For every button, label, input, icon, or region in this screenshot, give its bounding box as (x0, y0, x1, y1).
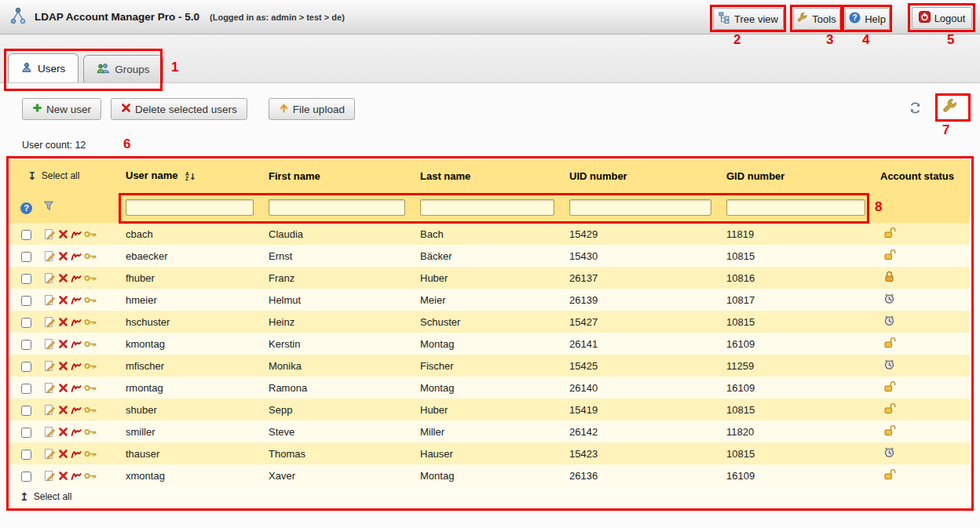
password-icon[interactable] (84, 361, 97, 371)
gid-number-cell: 10815 (723, 311, 877, 333)
pdf-icon[interactable] (71, 361, 82, 372)
column-header-user-name[interactable]: User name A Z ↓ (122, 160, 265, 191)
edit-icon[interactable] (44, 316, 56, 328)
sort-icon[interactable]: A Z ↓ (185, 172, 196, 182)
delete-icon[interactable] (58, 471, 68, 481)
delete-icon[interactable] (58, 273, 68, 283)
column-header-uid-number[interactable]: UID number (566, 160, 723, 191)
first-name-cell: Helmut (265, 289, 417, 311)
row-checkbox[interactable] (21, 472, 31, 482)
uid-number-cell: 15425 (566, 355, 723, 377)
password-icon[interactable] (84, 229, 97, 239)
row-checkbox[interactable] (21, 296, 31, 306)
topbar: LDAP Account Manager Pro - 5.0 (Logged i… (0, 0, 980, 35)
edit-icon[interactable] (44, 404, 56, 416)
password-icon[interactable] (84, 317, 97, 327)
refresh-icon[interactable] (909, 101, 922, 118)
select-all-top[interactable]: ↧ Select all (13, 169, 79, 182)
password-icon[interactable] (84, 405, 97, 415)
pdf-icon[interactable] (71, 295, 82, 306)
gid-number-cell: 11259 (723, 355, 877, 377)
delete-icon[interactable] (58, 405, 68, 415)
expired-status-icon (883, 317, 895, 329)
edit-icon[interactable] (44, 228, 56, 240)
row-checkbox[interactable] (21, 274, 31, 284)
delete-selected-users-button[interactable]: Delete selected users (111, 98, 247, 120)
first-name-cell: Steve (265, 421, 417, 442)
edit-icon[interactable] (44, 294, 56, 306)
password-icon[interactable] (84, 339, 97, 349)
edit-icon[interactable] (44, 250, 56, 262)
column-header-first-name[interactable]: First name (265, 160, 417, 191)
wrench-icon[interactable] (942, 99, 958, 118)
pdf-icon[interactable] (71, 427, 82, 438)
password-icon[interactable] (84, 427, 97, 437)
unlocked-status-icon (883, 427, 896, 439)
column-header-gid-number[interactable]: GID number (723, 160, 877, 191)
pdf-icon[interactable] (71, 449, 82, 460)
delete-icon[interactable] (58, 251, 68, 261)
row-checkbox[interactable] (21, 406, 31, 416)
pdf-icon[interactable] (71, 471, 82, 482)
pdf-icon[interactable] (71, 273, 82, 284)
row-checkbox[interactable] (21, 362, 31, 372)
row-checkbox[interactable] (21, 340, 31, 350)
pdf-icon[interactable] (71, 229, 82, 240)
filter-input-last-name[interactable] (420, 199, 554, 216)
uid-number-cell: 26141 (566, 333, 723, 355)
filter-input-uid-number[interactable] (569, 199, 711, 216)
table-row: shuberSeppHuber1541910815 (10, 399, 970, 421)
edit-icon[interactable] (44, 470, 56, 482)
edit-icon[interactable] (44, 382, 56, 394)
tab-groups[interactable]: Groups (83, 55, 163, 82)
new-user-button[interactable]: New user (22, 98, 101, 120)
pdf-icon[interactable] (71, 383, 82, 394)
filter-help-icon[interactable]: ? (20, 202, 32, 214)
tab-users[interactable]: Users (8, 53, 79, 82)
select-all-bottom[interactable]: ↥ Select all (20, 490, 71, 503)
tree-view-button[interactable]: Tree view (713, 8, 784, 30)
help-button[interactable]: ? Help (845, 8, 890, 30)
delete-icon[interactable] (58, 229, 68, 239)
pdf-icon[interactable] (71, 317, 82, 328)
pdf-icon[interactable] (71, 339, 82, 350)
tabbar: Users Groups (0, 35, 980, 83)
pdf-icon[interactable] (71, 251, 82, 262)
table-row: mfischerMonikaFischer1542511259 (10, 355, 970, 377)
delete-icon[interactable] (58, 361, 68, 371)
row-checkbox[interactable] (21, 318, 31, 328)
row-checkbox[interactable] (21, 384, 31, 394)
row-checkbox[interactable] (21, 428, 31, 438)
password-icon[interactable] (84, 471, 97, 481)
column-header-account-status[interactable]: Account status (877, 160, 970, 191)
edit-icon[interactable] (44, 272, 56, 284)
upload-arrow-icon (279, 103, 289, 115)
password-icon[interactable] (84, 383, 97, 393)
filter-input-user-name[interactable] (126, 199, 254, 216)
row-checkbox[interactable] (21, 252, 31, 262)
delete-icon[interactable] (58, 449, 68, 459)
delete-icon[interactable] (58, 317, 68, 327)
tools-button[interactable]: Tools (793, 8, 840, 30)
password-icon[interactable] (84, 295, 97, 305)
delete-icon[interactable] (58, 295, 68, 305)
password-icon[interactable] (84, 449, 97, 459)
edit-icon[interactable] (44, 426, 56, 438)
filter-input-gid-number[interactable] (726, 199, 865, 216)
edit-icon[interactable] (44, 448, 56, 460)
row-checkbox[interactable] (21, 450, 31, 460)
annotation-number-7: 7 (942, 122, 949, 138)
column-header-last-name[interactable]: Last name (417, 160, 566, 191)
edit-icon[interactable] (44, 360, 56, 372)
edit-icon[interactable] (44, 338, 56, 350)
password-icon[interactable] (84, 273, 97, 283)
password-icon[interactable] (84, 251, 97, 261)
row-checkbox[interactable] (21, 230, 31, 240)
delete-icon[interactable] (58, 427, 68, 437)
file-upload-button[interactable]: File upload (269, 98, 355, 120)
delete-icon[interactable] (58, 383, 68, 393)
logout-button[interactable]: Logout (912, 7, 972, 29)
delete-icon[interactable] (58, 339, 68, 349)
pdf-icon[interactable] (71, 405, 82, 416)
filter-input-first-name[interactable] (269, 199, 405, 216)
